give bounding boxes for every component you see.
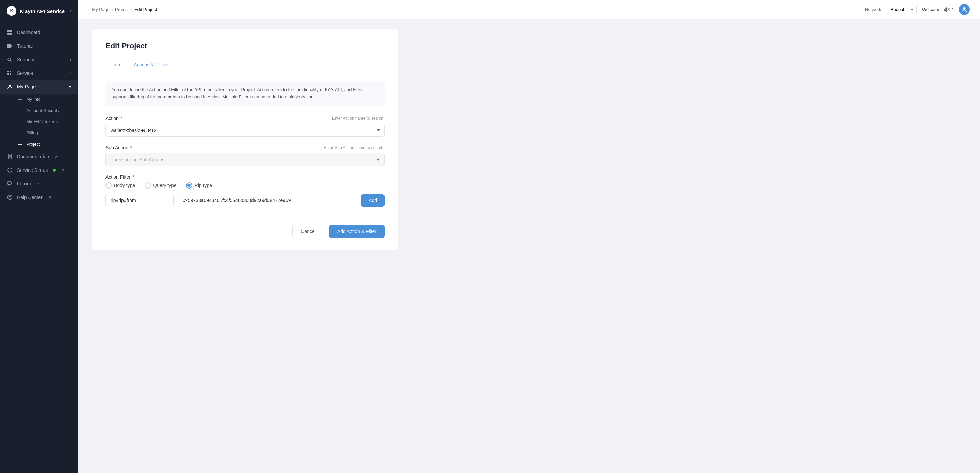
radio-circle-body (105, 182, 111, 188)
action-select-wrapper: wallet:tx:basic-RLPTx wallet:tx:basic-Va… (105, 124, 385, 137)
filter-value-input[interactable] (178, 194, 357, 207)
svg-rect-20 (8, 182, 11, 185)
tab-info[interactable]: Info (105, 59, 127, 72)
action-filter-label-row: Action Filter * (105, 174, 385, 180)
user-icon (7, 84, 13, 90)
sidebar-item-tutorial[interactable]: Tutorial (0, 39, 78, 53)
sub-action-label-row: Sub Action * Enter Sub Action name to se… (105, 145, 385, 150)
radio-circle-rlp (186, 182, 192, 188)
radio-label-body: Body type (114, 183, 135, 188)
sidebar-sub-my-info[interactable]: — My Info (0, 94, 78, 105)
content-area: Edit Project Info Actions & Filters You … (78, 19, 980, 473)
action-filter-label: Action Filter * (105, 174, 134, 180)
svg-text:?: ? (9, 196, 11, 199)
sidebar-item-mypage[interactable]: My Page ∨ (0, 80, 78, 94)
avatar[interactable] (959, 4, 970, 15)
sidebar-item-label: Service Status (17, 167, 48, 173)
sidebar-sub-billing[interactable]: — Billing (0, 127, 78, 139)
sidebar-nav: Dashboard Tutorial Security › Service › (0, 22, 78, 473)
svg-line-7 (10, 60, 12, 62)
svg-rect-1 (10, 30, 12, 32)
sidebar: K Klaytn API Service ‹ Dashboard Tutoria… (0, 0, 78, 473)
external-link-icon: ↗ (54, 154, 58, 159)
breadcrumb-edit-project: Edit Project (134, 7, 157, 12)
filter-key-input[interactable] (105, 194, 173, 207)
add-action-filter-button[interactable]: Add Action & Filter (329, 225, 385, 238)
sidebar-collapse-button[interactable]: ‹ (70, 8, 72, 14)
sidebar-item-security[interactable]: Security › (0, 53, 78, 66)
svg-rect-2 (8, 33, 10, 35)
sidebar-item-service[interactable]: Service › (0, 66, 78, 80)
main-area: › My Page › Project › Edit Project Netwo… (78, 0, 980, 473)
sidebar-item-service-status[interactable]: Service Status ↗ (0, 163, 78, 177)
sidebar-item-forum[interactable]: Forum ↗ (0, 177, 78, 191)
required-star: * (129, 145, 132, 150)
radio-label-rlp: Rlp type (195, 183, 212, 188)
action-label: Action * (105, 116, 123, 121)
sidebar-item-help-center[interactable]: ? Help Center ↗ (0, 191, 78, 204)
topbar-right: Network Baobab Cypress Welcome, 곽지* (865, 4, 970, 15)
sidebar-item-label: My Page (17, 84, 36, 89)
sidebar-item-label: Security (17, 57, 34, 62)
radio-rlp-type[interactable]: Rlp type (186, 182, 212, 188)
action-label-row: Action * Enter Action name to search. (105, 116, 385, 121)
breadcrumb-sep: › (130, 7, 132, 12)
radio-query-type[interactable]: Query type (145, 182, 176, 188)
radio-label-query: Query type (153, 183, 176, 188)
radio-circle-query (145, 182, 151, 188)
svg-rect-9 (10, 71, 11, 72)
action-search-hint: Enter Action name to search. (332, 116, 385, 121)
welcome-text: Welcome, 곽지* (922, 6, 953, 13)
radio-body-type[interactable]: Body type (105, 182, 135, 188)
external-link-icon: ↗ (48, 195, 51, 200)
sidebar-item-label: Forum (17, 181, 30, 186)
logo-icon: K (7, 6, 16, 16)
grid-icon (7, 29, 13, 35)
add-filter-button[interactable]: Add (361, 194, 385, 207)
filter-input-row: Add (105, 194, 385, 207)
network-select[interactable]: Baobab Cypress (887, 5, 917, 14)
external-link-icon: ↗ (36, 182, 40, 186)
status-icon (7, 167, 13, 173)
required-star: * (131, 174, 134, 180)
topbar: › My Page › Project › Edit Project Netwo… (78, 0, 980, 19)
action-filter-section: Action Filter * Body type Query type (105, 174, 385, 207)
cancel-button[interactable]: Cancel (292, 225, 324, 238)
action-select[interactable]: wallet:tx:basic-RLPTx wallet:tx:basic-Va… (105, 124, 385, 137)
chevron-down-icon: ∨ (69, 85, 72, 89)
sub-action-select[interactable]: There are no Sub Actions. (105, 153, 385, 166)
breadcrumb-mypage[interactable]: My Page (92, 7, 109, 12)
svg-point-19 (10, 171, 10, 172)
forum-icon (7, 181, 13, 187)
breadcrumb: › My Page › Project › Edit Project (89, 7, 157, 12)
sidebar-item-documentation[interactable]: Documentation ↗ (0, 150, 78, 163)
sub-action-select-wrapper: There are no Sub Actions. (105, 153, 385, 166)
svg-point-12 (9, 85, 11, 87)
sidebar-item-dashboard[interactable]: Dashboard (0, 25, 78, 39)
svg-rect-4 (8, 44, 11, 48)
breadcrumb-project[interactable]: Project (115, 7, 129, 12)
sidebar-item-label: Dashboard (17, 30, 40, 35)
svg-rect-8 (8, 71, 9, 72)
sidebar-sub-account-security[interactable]: — Account Security (0, 105, 78, 116)
help-icon: ? (7, 194, 13, 201)
doc-icon (7, 153, 13, 159)
tab-actions-filters[interactable]: Actions & Filters (127, 59, 175, 72)
action-buttons: Cancel Add Action & Filter (105, 218, 385, 238)
sub-action-search-hint: Enter Sub Action name to search. (324, 145, 385, 150)
page-card: Edit Project Info Actions & Filters You … (92, 29, 398, 250)
sidebar-sub-my-erc-tokens[interactable]: — My ERC Tokens (0, 116, 78, 127)
action-section: Action * Enter Action name to search. wa… (105, 116, 385, 137)
chevron-right-icon: › (70, 71, 72, 75)
key-icon (7, 56, 13, 63)
video-icon (7, 43, 13, 49)
chevron-right-icon: › (70, 57, 72, 62)
sub-action-section: Sub Action * Enter Sub Action name to se… (105, 145, 385, 166)
sub-action-label: Sub Action * (105, 145, 132, 150)
svg-marker-5 (11, 45, 12, 47)
svg-rect-10 (8, 73, 9, 75)
description-text: You can define the Action and Filter of … (105, 81, 385, 106)
sidebar-sub-project[interactable]: — Project (0, 139, 78, 150)
svg-rect-0 (8, 30, 10, 32)
breadcrumb-chevron: › (89, 7, 90, 12)
